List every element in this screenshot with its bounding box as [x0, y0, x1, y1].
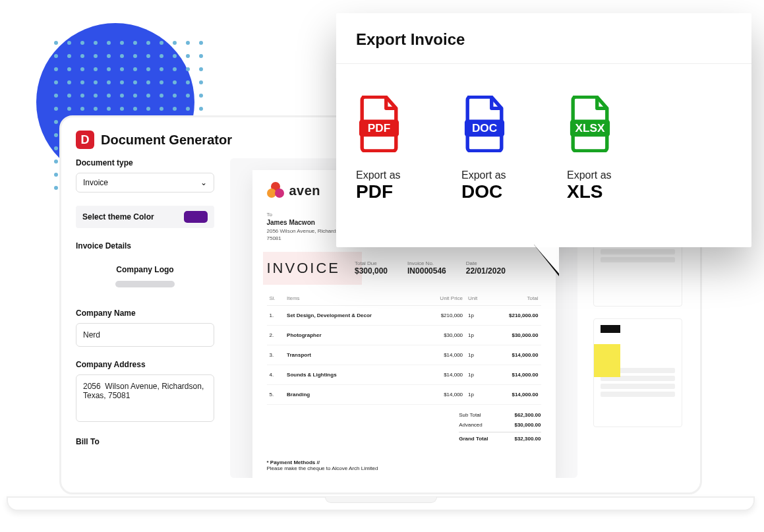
col-unit-price: Unit Price — [423, 291, 465, 306]
brand-logo-icon — [267, 182, 284, 199]
settings-sidebar: Document type Invoice ⌄ Select theme Col… — [76, 158, 214, 478]
file-doc-icon: DOC — [461, 96, 508, 152]
export-option-doc[interactable]: DOCExport asDOC — [461, 96, 508, 202]
payment-methods-text: Please make the cheque to Alcove Arch Li… — [267, 465, 378, 471]
svg-text:PDF: PDF — [368, 121, 390, 134]
company-address-label: Company Address — [76, 360, 214, 369]
invoice-items-table: Sl. Items Unit Price Unit Total 1.Set De… — [267, 291, 541, 405]
col-total: Total — [488, 291, 541, 306]
export-invoice-popover: Export Invoice PDFExport asPDFDOCExport … — [336, 13, 751, 247]
invoice-date-value: 22/01/2020 — [466, 266, 506, 276]
app-logo-icon: D — [76, 131, 94, 149]
table-row: 4.Sounds & Lightings$14,0001p$14,000.00 — [267, 365, 541, 384]
export-option-pdf[interactable]: PDFExport asPDF — [356, 96, 402, 202]
export-option-xls[interactable]: XLSXExport asXLS — [567, 96, 613, 202]
theme-color-row[interactable]: Select theme Color — [76, 206, 214, 228]
table-row: 2.Photographer$30,0001p$30,000.00 — [267, 325, 541, 345]
export-label-big: XLS — [567, 181, 613, 202]
theme-color-swatch[interactable] — [184, 211, 208, 223]
invoice-totals: Sub Total$62,300.00 Advanced$30,000.00 G… — [459, 410, 541, 444]
col-items: Items — [284, 291, 423, 306]
export-label-small: Export as — [567, 169, 613, 181]
file-xls-icon: XLSX — [567, 96, 613, 152]
doc-type-label: Document type — [76, 158, 214, 167]
col-unit: Unit — [465, 291, 488, 306]
brand-logo-text: aven — [289, 183, 321, 198]
export-label-small: Export as — [356, 169, 402, 181]
svg-text:XLSX: XLSX — [575, 121, 605, 134]
total-due-value: $300,000 — [355, 266, 388, 276]
thumb-accent-block — [594, 344, 620, 377]
svg-text:DOC: DOC — [472, 121, 497, 134]
company-logo-label: Company Logo — [84, 265, 206, 274]
subtotal-label: Sub Total — [459, 412, 481, 418]
laptop-base — [7, 496, 755, 511]
export-popover-title: Export Invoice — [336, 13, 751, 64]
laptop-notch — [325, 497, 437, 503]
table-row: 5.Branding$14,0001p$14,000.00 — [267, 384, 541, 404]
export-label-big: PDF — [356, 181, 402, 202]
total-due-label: Total Due — [355, 260, 388, 266]
popover-pointer — [534, 245, 559, 276]
table-row: 3.Transport$14,0001p$14,000.00 — [267, 345, 541, 365]
bill-to-heading: Bill To — [76, 437, 214, 446]
invoice-no-label: Invoice No. — [407, 260, 446, 266]
doc-type-select[interactable]: Invoice ⌄ — [76, 173, 214, 192]
invoice-title: INVOICE — [267, 260, 340, 277]
export-label-small: Export as — [461, 169, 508, 181]
doc-type-value: Invoice — [83, 178, 108, 187]
invoice-no-value: IN0000546 — [407, 266, 446, 276]
export-label-big: DOC — [461, 181, 508, 202]
file-pdf-icon: PDF — [356, 96, 402, 152]
table-row: 1.Set Design, Development & Decor$210,00… — [267, 305, 541, 325]
thumb-brand: NERD — [601, 325, 620, 333]
theme-color-label: Select theme Color — [82, 212, 154, 222]
company-name-label: Company Name — [76, 309, 214, 318]
grand-total-label: Grand Total — [459, 436, 488, 442]
advanced-label: Advanced — [459, 422, 483, 428]
grand-total-value: $32,300.00 — [514, 436, 541, 442]
template-thumbnail[interactable]: NERD — [593, 318, 682, 427]
company-name-input[interactable] — [76, 323, 214, 347]
payment-methods-label: * Payment Methods // — [267, 459, 320, 465]
chevron-down-icon: ⌄ — [200, 179, 207, 187]
company-logo-placeholder — [115, 281, 175, 287]
company-logo-upload[interactable]: Company Logo — [76, 257, 214, 295]
invoice-date-label: Date — [466, 260, 506, 266]
app-title: Document Generator — [101, 133, 232, 148]
company-address-input[interactable]: 2056 Wilson Avenue, Richardson, Texas, 7… — [76, 374, 214, 422]
subtotal-value: $62,300.00 — [514, 412, 541, 418]
col-sl: Sl. — [267, 291, 285, 306]
advanced-value: $30,000.00 — [514, 422, 541, 428]
invoice-details-heading: Invoice Details — [76, 241, 214, 251]
